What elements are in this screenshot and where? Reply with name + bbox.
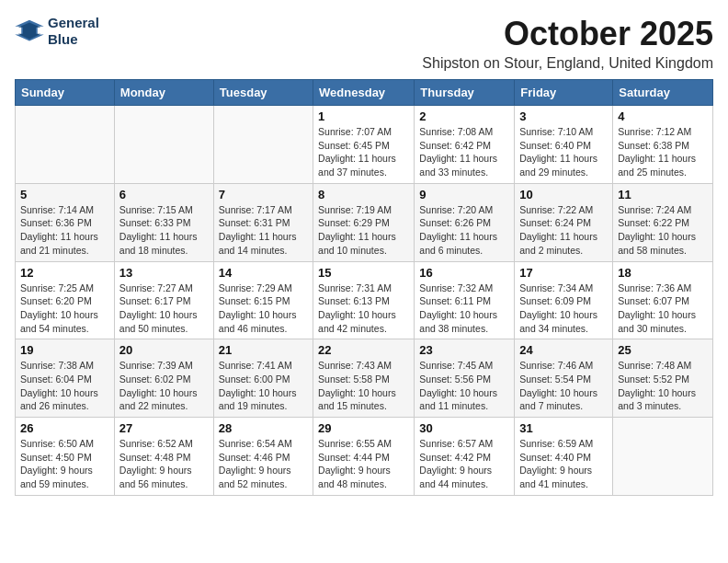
day-info: Sunrise: 7:39 AM Sunset: 6:02 PM Dayligh…	[119, 359, 209, 413]
day-number: 18	[618, 266, 708, 280]
day-number: 14	[219, 266, 308, 280]
header: General Blue October 2025 Shipston on St…	[15, 15, 713, 72]
day-number: 6	[119, 188, 209, 201]
logo-icon	[15, 18, 44, 44]
day-info: Sunrise: 7:19 AM Sunset: 6:29 PM Dayligh…	[318, 203, 409, 258]
day-number: 27	[119, 421, 209, 435]
day-number: 28	[219, 421, 308, 435]
day-number: 23	[419, 343, 509, 357]
day-info: Sunrise: 7:10 AM Sunset: 6:40 PM Dayligh…	[519, 125, 608, 179]
day-number: 5	[20, 188, 109, 201]
calendar-cell: 19Sunrise: 7:38 AM Sunset: 6:04 PM Dayli…	[16, 339, 115, 418]
day-info: Sunrise: 7:34 AM Sunset: 6:09 PM Dayligh…	[519, 282, 608, 336]
calendar-cell: 8Sunrise: 7:19 AM Sunset: 6:29 PM Daylig…	[313, 183, 415, 261]
day-number: 19	[20, 343, 109, 357]
column-header-friday: Friday	[515, 80, 613, 106]
calendar-cell: 18Sunrise: 7:36 AM Sunset: 6:07 PM Dayli…	[613, 261, 713, 339]
calendar-cell: 21Sunrise: 7:41 AM Sunset: 6:00 PM Dayli…	[213, 339, 313, 418]
calendar-cell: 31Sunrise: 6:59 AM Sunset: 4:40 PM Dayli…	[515, 418, 613, 496]
week-row-3: 12Sunrise: 7:25 AM Sunset: 6:20 PM Dayli…	[16, 261, 713, 339]
week-row-5: 26Sunrise: 6:50 AM Sunset: 4:50 PM Dayli…	[16, 418, 713, 496]
day-info: Sunrise: 7:43 AM Sunset: 5:58 PM Dayligh…	[318, 359, 409, 413]
day-info: Sunrise: 7:38 AM Sunset: 6:04 PM Dayligh…	[20, 359, 109, 413]
day-number: 20	[119, 343, 209, 357]
calendar-cell: 23Sunrise: 7:45 AM Sunset: 5:56 PM Dayli…	[415, 339, 515, 418]
column-header-wednesday: Wednesday	[313, 80, 415, 106]
calendar-cell	[213, 106, 313, 184]
calendar-cell: 16Sunrise: 7:32 AM Sunset: 6:11 PM Dayli…	[415, 261, 515, 339]
day-number: 13	[119, 266, 209, 280]
column-header-tuesday: Tuesday	[213, 80, 313, 106]
location-title: Shipston on Stour, England, United Kingd…	[422, 55, 713, 72]
day-info: Sunrise: 7:17 AM Sunset: 6:31 PM Dayligh…	[219, 203, 308, 258]
day-number: 8	[318, 188, 409, 201]
day-number: 24	[519, 343, 608, 357]
day-info: Sunrise: 7:22 AM Sunset: 6:24 PM Dayligh…	[519, 203, 608, 258]
calendar-cell: 13Sunrise: 7:27 AM Sunset: 6:17 PM Dayli…	[114, 261, 213, 339]
column-header-sunday: Sunday	[16, 80, 115, 106]
day-number: 31	[519, 421, 608, 435]
day-info: Sunrise: 7:07 AM Sunset: 6:45 PM Dayligh…	[318, 125, 409, 179]
day-number: 12	[20, 266, 109, 280]
day-number: 2	[419, 109, 509, 123]
day-number: 11	[618, 188, 708, 201]
column-header-saturday: Saturday	[613, 80, 713, 106]
day-number: 29	[318, 421, 409, 435]
calendar-cell: 5Sunrise: 7:14 AM Sunset: 6:36 PM Daylig…	[16, 183, 115, 261]
column-header-thursday: Thursday	[415, 80, 515, 106]
day-number: 30	[419, 421, 509, 435]
calendar-cell: 9Sunrise: 7:20 AM Sunset: 6:26 PM Daylig…	[415, 183, 515, 261]
day-number: 25	[618, 343, 708, 357]
day-number: 10	[519, 188, 608, 201]
day-number: 16	[419, 266, 509, 280]
day-info: Sunrise: 7:32 AM Sunset: 6:11 PM Dayligh…	[419, 282, 509, 336]
day-number: 9	[419, 188, 509, 201]
day-number: 15	[318, 266, 409, 280]
calendar-cell: 10Sunrise: 7:22 AM Sunset: 6:24 PM Dayli…	[515, 183, 613, 261]
calendar-cell: 17Sunrise: 7:34 AM Sunset: 6:09 PM Dayli…	[515, 261, 613, 339]
calendar-cell: 7Sunrise: 7:17 AM Sunset: 6:31 PM Daylig…	[213, 183, 313, 261]
calendar-cell: 26Sunrise: 6:50 AM Sunset: 4:50 PM Dayli…	[16, 418, 115, 496]
day-number: 26	[20, 421, 109, 435]
calendar-cell: 22Sunrise: 7:43 AM Sunset: 5:58 PM Dayli…	[313, 339, 415, 418]
day-number: 4	[618, 109, 708, 123]
day-info: Sunrise: 7:08 AM Sunset: 6:42 PM Dayligh…	[419, 125, 509, 179]
day-info: Sunrise: 7:45 AM Sunset: 5:56 PM Dayligh…	[419, 359, 509, 413]
day-info: Sunrise: 7:36 AM Sunset: 6:07 PM Dayligh…	[618, 282, 708, 336]
calendar-cell: 25Sunrise: 7:48 AM Sunset: 5:52 PM Dayli…	[613, 339, 713, 418]
day-info: Sunrise: 7:14 AM Sunset: 6:36 PM Dayligh…	[20, 203, 109, 258]
logo-text: General Blue	[48, 15, 99, 48]
calendar-cell: 12Sunrise: 7:25 AM Sunset: 6:20 PM Dayli…	[16, 261, 115, 339]
calendar-cell: 3Sunrise: 7:10 AM Sunset: 6:40 PM Daylig…	[515, 106, 613, 184]
calendar-table: SundayMondayTuesdayWednesdayThursdayFrid…	[15, 79, 713, 496]
calendar-cell: 29Sunrise: 6:55 AM Sunset: 4:44 PM Dayli…	[313, 418, 415, 496]
day-info: Sunrise: 6:54 AM Sunset: 4:46 PM Dayligh…	[219, 437, 308, 491]
day-info: Sunrise: 7:20 AM Sunset: 6:26 PM Dayligh…	[419, 203, 509, 258]
day-info: Sunrise: 6:59 AM Sunset: 4:40 PM Dayligh…	[519, 437, 608, 491]
calendar-cell	[613, 418, 713, 496]
day-info: Sunrise: 7:24 AM Sunset: 6:22 PM Dayligh…	[618, 203, 708, 258]
calendar-cell: 24Sunrise: 7:46 AM Sunset: 5:54 PM Dayli…	[515, 339, 613, 418]
calendar-cell: 27Sunrise: 6:52 AM Sunset: 4:48 PM Dayli…	[114, 418, 213, 496]
calendar-cell: 30Sunrise: 6:57 AM Sunset: 4:42 PM Dayli…	[415, 418, 515, 496]
calendar-cell: 15Sunrise: 7:31 AM Sunset: 6:13 PM Dayli…	[313, 261, 415, 339]
calendar-cell	[114, 106, 213, 184]
day-info: Sunrise: 7:31 AM Sunset: 6:13 PM Dayligh…	[318, 282, 409, 336]
day-number: 3	[519, 109, 608, 123]
calendar-cell: 2Sunrise: 7:08 AM Sunset: 6:42 PM Daylig…	[415, 106, 515, 184]
day-number: 7	[219, 188, 308, 201]
logo: General Blue	[15, 15, 99, 48]
day-info: Sunrise: 7:25 AM Sunset: 6:20 PM Dayligh…	[20, 282, 109, 336]
calendar-cell: 6Sunrise: 7:15 AM Sunset: 6:33 PM Daylig…	[114, 183, 213, 261]
calendar-cell: 20Sunrise: 7:39 AM Sunset: 6:02 PM Dayli…	[114, 339, 213, 418]
day-info: Sunrise: 7:15 AM Sunset: 6:33 PM Dayligh…	[119, 203, 209, 258]
day-info: Sunrise: 7:41 AM Sunset: 6:00 PM Dayligh…	[219, 359, 308, 413]
day-info: Sunrise: 6:52 AM Sunset: 4:48 PM Dayligh…	[119, 437, 209, 491]
day-info: Sunrise: 6:55 AM Sunset: 4:44 PM Dayligh…	[318, 437, 409, 491]
day-number: 1	[318, 109, 409, 123]
calendar-cell	[16, 106, 115, 184]
day-info: Sunrise: 7:48 AM Sunset: 5:52 PM Dayligh…	[618, 359, 708, 413]
day-number: 22	[318, 343, 409, 357]
title-area: October 2025 Shipston on Stour, England,…	[422, 15, 713, 72]
month-title: October 2025	[422, 15, 713, 53]
